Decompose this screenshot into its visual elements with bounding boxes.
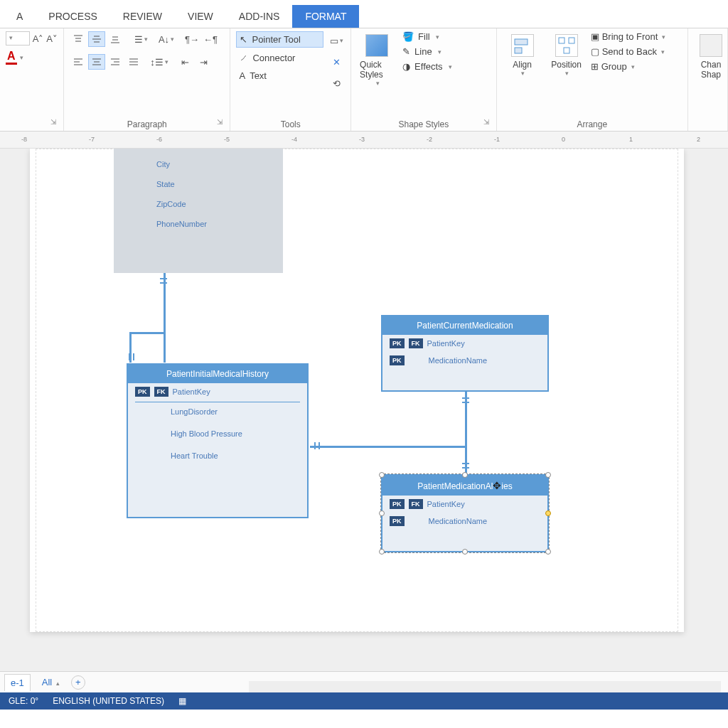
selection-handle[interactable]	[462, 472, 468, 478]
align-justify-button[interactable]	[125, 54, 142, 70]
text-icon: A	[239, 70, 245, 81]
fk-badge: FK	[409, 499, 423, 509]
quick-styles-button[interactable]: Quick Styles ▾	[357, 31, 397, 90]
status-angle: GLE: 0°	[9, 696, 38, 706]
shrink-font-button[interactable]: A˅	[46, 33, 58, 44]
bring-front-icon: ▣	[591, 31, 599, 42]
page-tab-1[interactable]: e-1	[4, 674, 31, 691]
entity-patient-top[interactable]: City State ZipCode PhoneNumber	[114, 149, 283, 273]
selection-handle[interactable]	[379, 510, 385, 516]
selection-handle[interactable]	[545, 472, 551, 478]
page: City State ZipCode PhoneNumber PatientIn…	[30, 149, 684, 632]
align-button[interactable]: Align▾	[503, 31, 542, 80]
status-macros-icon[interactable]: ▦	[178, 696, 186, 706]
x-tool-button[interactable]: ✕	[328, 54, 345, 70]
quick-styles-icon	[365, 34, 388, 57]
field-state: State	[114, 174, 283, 194]
selection-handle[interactable]	[462, 549, 468, 555]
field-phonenumber: PhoneNumber	[114, 214, 283, 234]
group-button[interactable]: ⊞Group▾	[591, 61, 666, 72]
arrange-group-label: Arrange	[497, 119, 687, 129]
entity-patient-initial-medical-history[interactable]: PatientInitialMedicalHistory PK FK Patie…	[127, 363, 309, 518]
rtl-button[interactable]: ←¶	[202, 31, 219, 47]
drawing-canvas[interactable]: City State ZipCode PhoneNumber PatientIn…	[0, 149, 728, 671]
entity1-field-2: Heart Trouble	[171, 451, 218, 460]
entity2-field-1: MedicationName	[429, 356, 488, 365]
tab-review[interactable]: REVIEW	[110, 5, 175, 28]
selection-handle[interactable]	[545, 549, 551, 555]
entity1-title: PatientInitialMedicalHistory	[128, 365, 307, 383]
tab-format[interactable]: FORMAT	[292, 5, 359, 28]
entity3-field-1: MedicationName	[429, 517, 488, 525]
fill-button[interactable]: 🪣Fill▾	[402, 31, 452, 42]
increase-indent-button[interactable]: ⇥	[195, 54, 212, 70]
effects-button[interactable]: ◑Effects▾	[402, 61, 452, 72]
align-icon	[511, 34, 534, 57]
tab-process[interactable]: PROCESS	[36, 5, 109, 28]
align-top-button[interactable]	[70, 31, 87, 47]
svg-rect-24	[569, 38, 574, 43]
paragraph-dialog-launcher[interactable]: ⇲	[217, 118, 227, 128]
line-spacing-button[interactable]: ↕☰▾	[151, 54, 168, 70]
font-size-select[interactable]: ▾	[6, 31, 30, 46]
entity1-key-field: PatientKey	[173, 387, 210, 396]
selection-handle[interactable]	[379, 549, 385, 555]
add-page-button[interactable]: +	[71, 675, 85, 690]
text-direction-button[interactable]: A↓▾	[158, 31, 175, 47]
entity2-field-0: PatientKey	[427, 339, 465, 348]
tab-addins[interactable]: ADD-INS	[226, 5, 293, 28]
font-dialog-launcher[interactable]: ⇲	[50, 118, 60, 128]
grow-font-button[interactable]: A˄	[33, 33, 44, 44]
svg-rect-21	[515, 39, 528, 45]
selection-handle-yellow[interactable]	[545, 510, 551, 516]
change-shape-button[interactable]: Chan Shap	[694, 31, 728, 82]
ribbon: ▾ A˄ A˅ A▾ ⇲ ☰▾ A↓▾ ¶→ ←¶	[0, 28, 728, 132]
rectangle-tool-button[interactable]: ▭▾	[328, 33, 345, 48]
page-tab-all[interactable]: All ▴	[36, 674, 65, 690]
shape-styles-dialog-launcher[interactable]: ⇲	[483, 118, 493, 128]
status-language[interactable]: ENGLISH (UNITED STATES)	[53, 696, 164, 706]
svg-rect-22	[515, 48, 522, 53]
entity-patient-current-medication[interactable]: PatientCurrentMedication PK FK PatientKe…	[381, 315, 549, 392]
position-icon	[555, 34, 578, 57]
decrease-indent-button[interactable]: ⇤	[176, 54, 193, 70]
ltr-button[interactable]: ¶→	[183, 31, 200, 47]
connector-icon: ⟋	[239, 53, 248, 63]
position-button[interactable]: Position▾	[547, 31, 587, 80]
paragraph-group-label: Paragraph	[64, 119, 230, 129]
svg-rect-23	[559, 38, 564, 43]
pointer-tool-button[interactable]: ↖ Pointer Tool	[236, 31, 323, 48]
cursor-icon: ↖	[240, 34, 247, 45]
align-middle-button[interactable]	[88, 31, 105, 47]
bring-to-front-button[interactable]: ▣Bring to Front▾	[591, 31, 666, 42]
connector-tool-button[interactable]: ⟋ Connector	[236, 50, 323, 65]
svg-rect-25	[564, 48, 569, 53]
tab-view[interactable]: VIEW	[175, 5, 226, 28]
ribbon-tabs: A PROCESS REVIEW VIEW ADD-INS FORMAT	[0, 0, 728, 28]
selection-handle[interactable]	[379, 472, 385, 478]
entity2-title: PatientCurrentMedication	[382, 316, 547, 335]
bucket-icon: 🪣	[402, 31, 414, 42]
align-left-button[interactable]	[70, 54, 87, 70]
pk-badge: PK	[390, 338, 405, 348]
entity3-field-0: PatientKey	[427, 500, 465, 508]
paragraph-group: ☰▾ A↓▾ ¶→ ←¶ ↕☰▾ ⇤ ⇥ Paragraph ⇲	[64, 28, 230, 131]
pk-badge: PK	[390, 499, 405, 509]
align-right-button[interactable]	[107, 54, 124, 70]
horizontal-scrollbar[interactable]	[249, 681, 721, 692]
bullets-button[interactable]: ☰▾	[132, 31, 149, 47]
align-center-button[interactable]	[88, 54, 105, 70]
line-button[interactable]: ✎Line▾	[402, 46, 452, 57]
tab-a[interactable]: A	[4, 5, 36, 28]
connector-2[interactable]	[310, 446, 466, 448]
text-tool-button[interactable]: A Text	[236, 68, 323, 83]
font-color-button[interactable]: A▾	[6, 50, 58, 65]
connector-3[interactable]	[465, 392, 467, 473]
rotate-tool-button[interactable]: ⟲	[328, 75, 345, 91]
pen-icon: ✎	[402, 46, 410, 57]
align-bottom-button[interactable]	[107, 31, 124, 47]
group-icon: ⊞	[591, 61, 599, 72]
entity-patient-medication-allergies[interactable]: PatientMedicationAl✥ies PK FK PatientKey…	[381, 474, 549, 552]
send-to-back-button[interactable]: ▢Send to Back▾	[591, 46, 666, 57]
connector-1[interactable]	[164, 273, 166, 363]
